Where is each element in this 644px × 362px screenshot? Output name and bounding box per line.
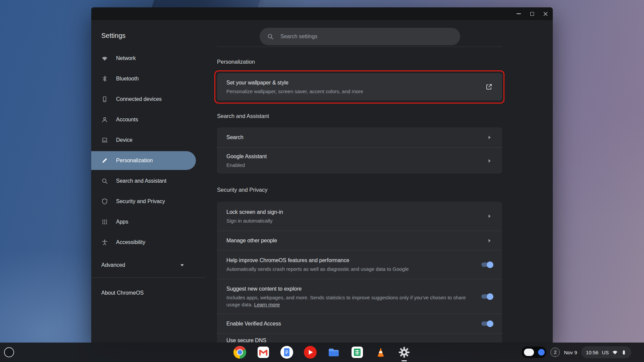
toggle-verified-access[interactable] bbox=[481, 321, 493, 326]
row-subtitle: Sign in automatically bbox=[226, 217, 478, 224]
bluetooth-icon bbox=[101, 75, 108, 82]
shelf-app-files[interactable] bbox=[327, 346, 340, 359]
sidebar-item-about-chromeos[interactable]: About ChromeOS bbox=[91, 284, 196, 302]
shelf-app-youtube[interactable] bbox=[304, 346, 317, 359]
sidebar-item-label: Accessibility bbox=[116, 239, 145, 245]
search-row[interactable]: Search bbox=[217, 127, 502, 147]
wifi-icon bbox=[101, 55, 108, 62]
files-icon bbox=[327, 346, 340, 359]
sidebar-divider bbox=[91, 278, 205, 278]
security-privacy-group: Lock screen and sign-in Sign in automati… bbox=[217, 202, 502, 343]
shield-icon bbox=[101, 198, 108, 205]
phone-icon bbox=[101, 96, 108, 103]
toggle-help-improve[interactable] bbox=[481, 262, 493, 267]
chevron-right-icon bbox=[486, 237, 493, 244]
sidebar-item-label: About ChromeOS bbox=[101, 290, 144, 296]
row-title: Enable Verified Access bbox=[226, 320, 473, 327]
shelf-app-chrome[interactable] bbox=[233, 346, 247, 359]
row-title: Help improve ChromeOS features and perfo… bbox=[226, 257, 473, 264]
sidebar-item-label: Apps bbox=[116, 219, 128, 225]
sidebar-item-personalization[interactable]: Personalization bbox=[91, 151, 196, 170]
shelf-app-sheets[interactable] bbox=[351, 346, 364, 359]
search-icon bbox=[267, 33, 274, 40]
sidebar-item-connected-devices[interactable]: Connected devices bbox=[91, 90, 196, 109]
keyboard-layout-indicator: US bbox=[602, 350, 609, 355]
shelf-app-docs[interactable] bbox=[280, 346, 293, 359]
chevron-right-icon bbox=[486, 158, 493, 164]
window-titlebar[interactable] bbox=[91, 7, 553, 20]
notification-counter[interactable]: 2 bbox=[550, 348, 560, 357]
sidebar-item-label: Personalization bbox=[116, 158, 153, 164]
shelf-app-vlc[interactable] bbox=[374, 346, 387, 359]
sidebar-item-accessibility[interactable]: Accessibility bbox=[91, 233, 196, 252]
shelf-app-settings[interactable] bbox=[397, 346, 411, 359]
minimize-icon bbox=[517, 13, 521, 14]
notification-count: 2 bbox=[554, 350, 557, 355]
close-icon bbox=[543, 12, 548, 16]
google-assistant-row[interactable]: Google Assistant Enabled bbox=[217, 147, 502, 174]
row-subtitle: Personalize wallpaper, screen saver, acc… bbox=[226, 88, 477, 95]
wallpaper-style-row[interactable]: Set your wallpaper & style Personalize w… bbox=[217, 73, 502, 101]
shelf-date[interactable]: Nov 9 bbox=[564, 350, 577, 355]
secure-dns-row[interactable]: Use secure DNS bbox=[217, 333, 502, 343]
section-header-personalization: Personalization bbox=[217, 58, 502, 65]
wifi-status-icon bbox=[612, 350, 618, 355]
search-input[interactable] bbox=[280, 34, 453, 40]
sidebar-item-security-privacy[interactable]: Security and Privacy bbox=[91, 192, 196, 211]
section-header-security-privacy: Security and Privacy bbox=[217, 186, 502, 193]
sidebar-item-network[interactable]: Network bbox=[91, 49, 196, 68]
settings-search-bar[interactable] bbox=[260, 28, 460, 45]
chevron-right-icon bbox=[486, 134, 493, 141]
row-subtitle: Automatically sends crash reports as wel… bbox=[226, 265, 473, 273]
settings-sidebar: Settings Network Bluetooth bbox=[91, 20, 205, 343]
shelf-app-gmail[interactable] bbox=[257, 346, 270, 359]
close-button[interactable] bbox=[542, 11, 548, 17]
manage-other-people-row[interactable]: Manage other people bbox=[217, 231, 502, 250]
settings-window: Settings Network Bluetooth bbox=[91, 7, 553, 343]
status-area: 2 Nov 9 10:56 US bbox=[522, 346, 631, 358]
maximize-button[interactable] bbox=[529, 11, 535, 17]
sidebar-item-label: Search and Assistant bbox=[116, 178, 166, 184]
active-app-indicator bbox=[401, 360, 407, 361]
toggle-suggest-content[interactable] bbox=[481, 294, 493, 299]
shelf-apps bbox=[233, 346, 411, 359]
sheets-icon bbox=[351, 346, 364, 359]
youtube-icon bbox=[304, 346, 317, 359]
lock-screen-row[interactable]: Lock screen and sign-in Sign in automati… bbox=[217, 202, 502, 231]
sidebar-item-search-assistant[interactable]: Search and Assistant bbox=[91, 172, 196, 190]
row-subtitle: Includes apps, webpages, and more. Sends… bbox=[226, 294, 473, 308]
sidebar-item-advanced[interactable]: Advanced bbox=[91, 256, 196, 275]
row-title: Google Assistant bbox=[226, 153, 478, 160]
pill-white-indicator bbox=[524, 349, 534, 356]
sidebar-item-bluetooth[interactable]: Bluetooth bbox=[91, 69, 196, 88]
maximize-icon bbox=[530, 12, 534, 16]
settings-scroll-area[interactable]: Personalization Set your wallpaper & sty… bbox=[205, 47, 553, 343]
section-header-search-assistant: Search and Assistant bbox=[217, 113, 502, 119]
status-pill-widget[interactable] bbox=[522, 347, 546, 358]
sidebar-item-label: Network bbox=[116, 55, 136, 61]
row-title: Lock screen and sign-in bbox=[226, 208, 478, 216]
row-subtitle: Enabled bbox=[226, 162, 478, 169]
sidebar-item-label: Device bbox=[116, 137, 132, 143]
sidebar-item-accounts[interactable]: Accounts bbox=[91, 110, 196, 129]
clock: 10:56 bbox=[586, 350, 599, 355]
person-icon bbox=[101, 116, 108, 123]
chevron-right-icon bbox=[486, 213, 493, 220]
pill-blue-indicator bbox=[538, 349, 545, 356]
search-header bbox=[217, 20, 502, 47]
vlc-icon bbox=[374, 346, 387, 359]
minimize-button[interactable] bbox=[516, 11, 522, 17]
learn-more-link[interactable]: Learn more bbox=[254, 302, 280, 307]
docs-icon bbox=[280, 346, 293, 359]
row-title: Manage other people bbox=[226, 237, 478, 244]
sidebar-item-label: Connected devices bbox=[116, 96, 162, 102]
pen-icon bbox=[101, 157, 108, 164]
sidebar-item-apps[interactable]: Apps bbox=[91, 213, 196, 231]
launcher-icon bbox=[4, 347, 14, 357]
sidebar-item-label: Accounts bbox=[116, 117, 138, 123]
battery-icon bbox=[621, 350, 627, 355]
system-tray[interactable]: 10:56 US bbox=[581, 346, 631, 358]
sidebar-item-label: Security and Privacy bbox=[116, 198, 165, 204]
launcher-button[interactable] bbox=[4, 347, 14, 357]
sidebar-item-device[interactable]: Device bbox=[91, 131, 196, 149]
